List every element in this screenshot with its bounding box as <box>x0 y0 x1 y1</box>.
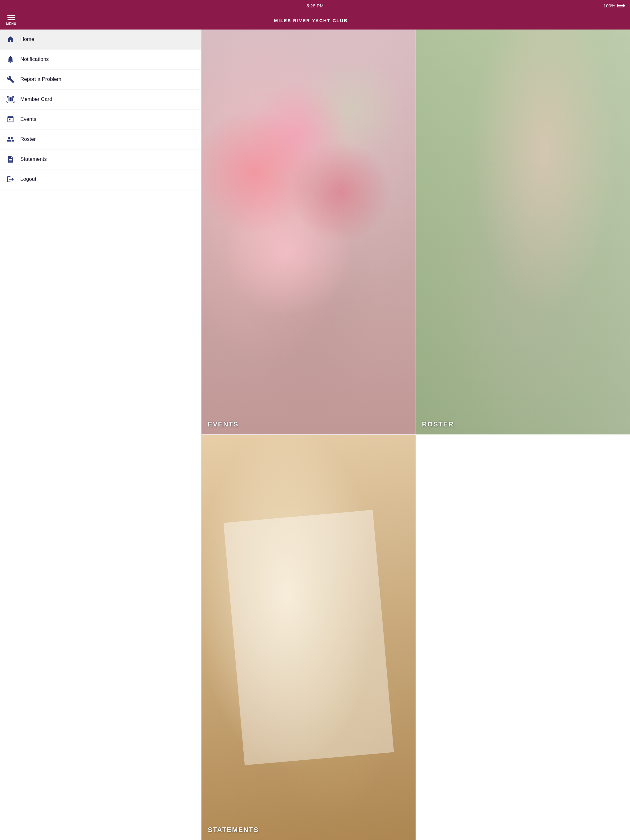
sidebar-item-report-problem[interactable]: Report a Problem <box>0 69 201 90</box>
sidebar-item-member-card[interactable]: Member Card <box>0 90 201 109</box>
barcode-icon <box>6 95 15 104</box>
tiles-grid: EVENTS ROSTER STATEMENTS <box>201 30 630 840</box>
sidebar: Home Notifications Report a Problem <box>0 30 201 840</box>
wrench-icon <box>6 75 15 84</box>
tile-events-label: EVENTS <box>207 420 238 428</box>
sidebar-item-member-card-label: Member Card <box>20 96 52 103</box>
app-header: MENU MILES RIVER YACHT CLUB <box>0 11 630 30</box>
sidebar-item-statements-label: Statements <box>20 156 47 163</box>
tile-roster-label: ROSTER <box>422 420 454 428</box>
tile-roster-bg <box>416 30 630 434</box>
document-icon <box>6 155 15 164</box>
tile-roster[interactable]: ROSTER <box>416 30 630 435</box>
tile-events-bg <box>201 30 415 434</box>
tile-events[interactable]: EVENTS <box>201 30 416 435</box>
logout-icon <box>6 175 15 183</box>
sidebar-item-report-problem-label: Report a Problem <box>20 76 61 82</box>
sidebar-item-home[interactable]: Home <box>0 30 201 49</box>
menu-button[interactable]: MENU <box>6 15 16 25</box>
sidebar-item-roster-label: Roster <box>20 136 36 142</box>
sidebar-item-home-label: Home <box>20 36 34 43</box>
tile-statements[interactable]: STATEMENTS <box>201 435 416 840</box>
sidebar-item-roster[interactable]: Roster <box>0 129 201 149</box>
sidebar-item-statements[interactable]: Statements <box>0 149 201 169</box>
home-icon <box>6 35 15 44</box>
battery-icon <box>617 4 624 7</box>
tile-statements-bg <box>201 435 415 840</box>
status-right: 100% <box>603 3 624 8</box>
calendar-icon <box>6 115 15 123</box>
bell-icon <box>6 55 15 64</box>
sidebar-item-events-label: Events <box>20 116 36 122</box>
sidebar-item-logout-label: Logout <box>20 176 36 182</box>
sidebar-item-notifications[interactable]: Notifications <box>0 49 201 69</box>
sidebar-item-logout[interactable]: Logout <box>0 169 201 189</box>
sidebar-item-events[interactable]: Events <box>0 109 201 129</box>
status-bar: 5:28 PM 100% <box>0 0 630 11</box>
content-area: EVENTS ROSTER STATEMENTS <box>201 30 630 840</box>
tile-statements-label: STATEMENTS <box>207 826 259 834</box>
person-group-icon <box>6 135 15 144</box>
tile-empty <box>416 435 630 840</box>
app-title: MILES RIVER YACHT CLUB <box>274 18 348 23</box>
sidebar-item-notifications-label: Notifications <box>20 56 49 62</box>
status-time: 5:28 PM <box>306 3 324 8</box>
main-layout: Home Notifications Report a Problem <box>0 30 630 840</box>
battery-percentage: 100% <box>603 3 615 8</box>
